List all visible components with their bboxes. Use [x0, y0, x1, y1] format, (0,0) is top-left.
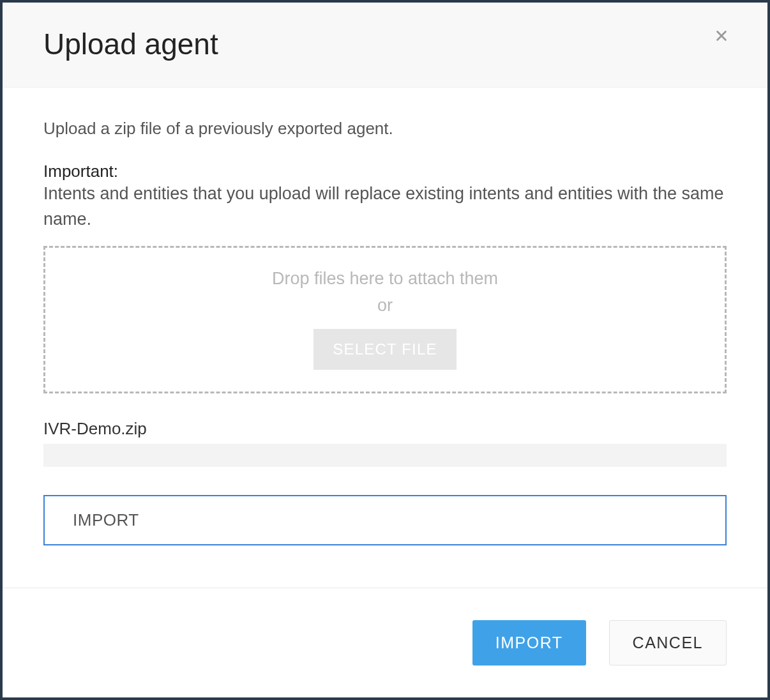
file-dropzone[interactable]: Drop files here to attach them or SELECT… — [43, 246, 727, 394]
select-file-button[interactable]: SELECT FILE — [313, 329, 456, 370]
modal-title: Upload agent — [43, 27, 218, 61]
cancel-button[interactable]: CANCEL — [609, 620, 727, 666]
intro-text: Upload a zip file of a previously export… — [43, 117, 727, 140]
important-text: Intents and entities that you upload wil… — [43, 181, 727, 231]
dropzone-line1: Drop files here to attach them — [58, 266, 712, 293]
modal-footer: IMPORT CANCEL — [3, 588, 767, 697]
close-icon[interactable] — [713, 27, 730, 45]
upload-agent-modal: Upload agent Upload a zip file of a prev… — [3, 3, 767, 697]
dropzone-line2: or — [58, 293, 712, 319]
important-label: Important: — [43, 162, 118, 181]
modal-body: Upload a zip file of a previously export… — [3, 88, 767, 588]
modal-header: Upload agent — [3, 3, 767, 88]
upload-progress-bar — [43, 444, 727, 467]
import-button[interactable]: IMPORT — [472, 620, 586, 666]
confirm-input[interactable] — [43, 495, 727, 545]
selected-filename: IVR-Demo.zip — [43, 419, 727, 439]
